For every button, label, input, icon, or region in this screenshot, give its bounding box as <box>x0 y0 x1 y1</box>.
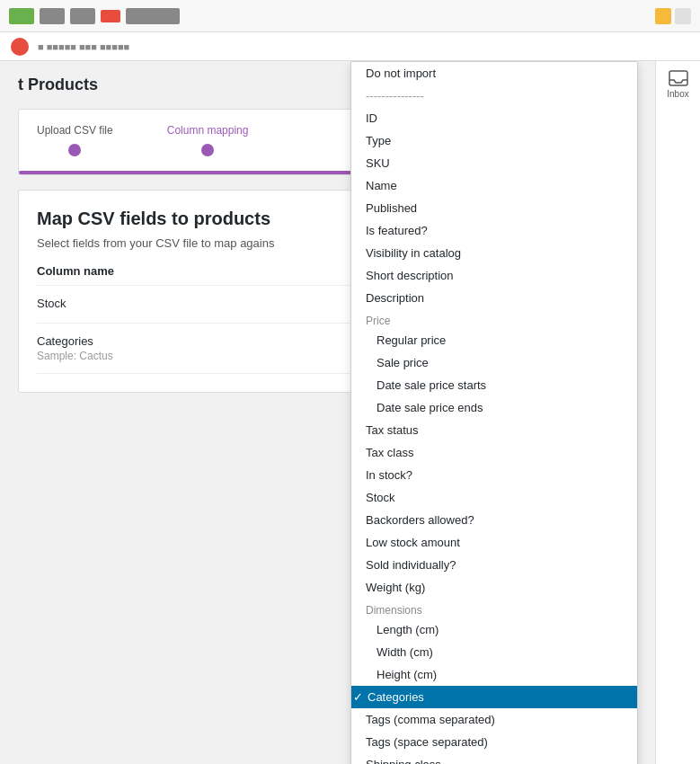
dropdown-item-date-sale-starts[interactable]: Date sale price starts <box>351 374 637 396</box>
page-wrapper: t Products Upload CSV file Column mappin… <box>0 61 700 764</box>
nav-icon2 <box>70 8 95 24</box>
dropdown-item-do-not-import[interactable]: Do not import <box>351 62 637 84</box>
main-content: t Products Upload CSV file Column mappin… <box>0 61 655 764</box>
wp-logo-icon <box>9 8 34 24</box>
step-upload-dot <box>68 144 81 156</box>
dropdown-item-height[interactable]: Height (cm) <box>351 663 637 686</box>
dropdown-item-published[interactable]: Published <box>351 197 637 219</box>
user-avatar <box>11 38 29 56</box>
dropdown-item-regular-price[interactable]: Regular price <box>351 329 637 351</box>
dropdown-item-visibility[interactable]: Visibility in catalog <box>351 242 637 264</box>
nav-icon3 <box>126 8 180 24</box>
dropdown-item-categories[interactable]: ✓Categories <box>351 686 637 708</box>
step-mapping: Column mapping <box>167 124 249 156</box>
second-bar: ■ ■■■■■ ■■■ ■■■■■ <box>0 32 700 61</box>
nav-icon1 <box>40 8 65 24</box>
dropdown-item-shipping-class[interactable]: Shipping class <box>351 753 637 764</box>
dropdown-item-short-desc[interactable]: Short description <box>351 264 637 287</box>
dropdown-item-tags-comma[interactable]: Tags (comma separated) <box>351 708 637 731</box>
dropdown-item-is-featured[interactable]: Is featured? <box>351 219 637 242</box>
dropdown-item-low-stock[interactable]: Low stock amount <box>351 531 637 554</box>
dropdown-item-backorders[interactable]: Backorders allowed? <box>351 509 637 531</box>
dropdown-item-tax-class[interactable]: Tax class <box>351 441 637 464</box>
notification-badge <box>101 10 120 22</box>
steps-progress-fill <box>19 171 359 174</box>
dropdown-item-dimensions-group: Dimensions <box>351 599 637 618</box>
dropdown-item-sku[interactable]: SKU <box>351 152 637 174</box>
inbox-wrap[interactable]: Inbox <box>667 70 688 99</box>
step-mapping-label: Column mapping <box>167 124 249 137</box>
dropdown-item-type[interactable]: Type <box>351 129 637 152</box>
dropdown-item-stock[interactable]: Stock <box>351 486 637 509</box>
dropdown-item-price-group: Price <box>351 309 637 329</box>
dropdown-item-date-sale-ends[interactable]: Date sale price ends <box>351 396 637 419</box>
top-bar-left <box>9 8 180 24</box>
top-bar <box>0 0 700 32</box>
column-dropdown[interactable]: Do not import---------------IDTypeSKUNam… <box>350 61 638 764</box>
dropdown-item-tax-status[interactable]: Tax status <box>351 419 637 441</box>
dropdown-item-tags-space[interactable]: Tags (space separated) <box>351 731 637 753</box>
inbox-label: Inbox <box>667 89 688 99</box>
dropdown-item-name[interactable]: Name <box>351 174 637 197</box>
color-squares <box>655 8 691 24</box>
dropdown-item-sale-price[interactable]: Sale price <box>351 351 637 374</box>
dropdown-item-description[interactable]: Description <box>351 287 637 309</box>
dropdown-item-in-stock[interactable]: In stock? <box>351 464 637 486</box>
color-sq-yellow <box>655 8 671 24</box>
inbox-icon <box>669 70 688 86</box>
user-name: ■ ■■■■■ ■■■ ■■■■■ <box>38 41 129 52</box>
step-upload-label: Upload CSV file <box>37 124 113 137</box>
dropdown-item-length[interactable]: Length (cm) <box>351 618 637 641</box>
step-mapping-dot <box>201 144 214 156</box>
color-sq-gray <box>675 8 691 24</box>
dropdown-item-id[interactable]: ID <box>351 107 637 129</box>
dropdown-item-separator[interactable]: --------------- <box>351 84 637 107</box>
dropdown-item-sold-individually[interactable]: Sold individually? <box>351 554 637 576</box>
step-upload: Upload CSV file <box>37 124 113 156</box>
right-panel: Inbox <box>655 61 700 764</box>
dropdown-item-width[interactable]: Width (cm) <box>351 641 637 663</box>
dropdown-item-weight[interactable]: Weight (kg) <box>351 576 637 599</box>
